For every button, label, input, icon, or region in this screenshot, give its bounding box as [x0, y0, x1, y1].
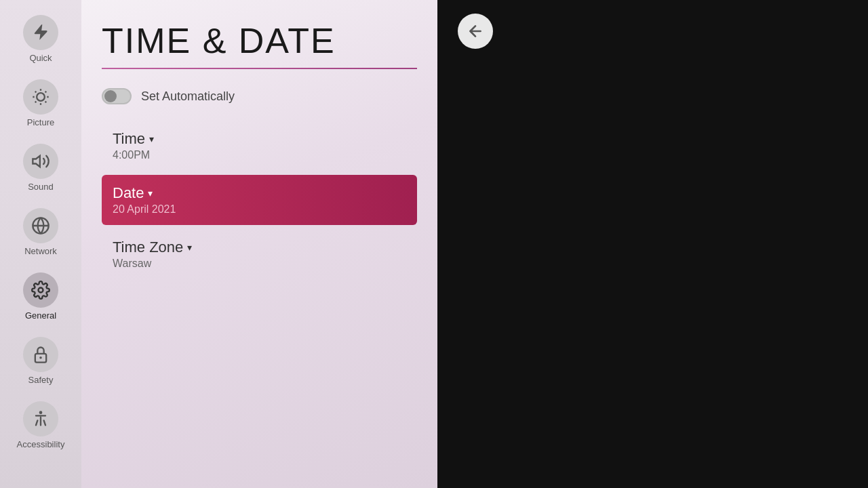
- time-setting-row[interactable]: Time ▾ 4:00PM: [102, 121, 417, 171]
- picture-icon: [31, 87, 50, 106]
- page-title: TIME & DATE: [102, 20, 417, 61]
- sidebar-item-accessibility-label: Accessibility: [17, 439, 65, 449]
- accessibility-icon: [31, 409, 50, 428]
- network-icon-bg: [23, 208, 58, 243]
- time-setting-title: Time ▾: [113, 130, 406, 148]
- accessibility-icon-bg: [23, 401, 58, 436]
- sidebar-item-sound-label: Sound: [28, 182, 54, 192]
- right-panel: [437, 0, 868, 488]
- safety-icon-bg: [23, 337, 58, 372]
- svg-point-2: [39, 288, 43, 293]
- general-icon: [31, 281, 50, 300]
- sidebar-item-network-label: Network: [24, 246, 57, 256]
- time-setting-value: 4:00PM: [113, 149, 406, 161]
- back-button[interactable]: [458, 14, 493, 49]
- quick-icon: [31, 23, 50, 42]
- timezone-setting-title: Time Zone ▾: [113, 239, 406, 256]
- safety-icon: [31, 345, 50, 364]
- sidebar: Quick Picture Sound Network: [0, 0, 81, 488]
- svg-point-5: [39, 411, 43, 414]
- timezone-setting-value: Warsaw: [113, 258, 406, 270]
- sound-icon-bg: [23, 144, 58, 179]
- sidebar-item-quick[interactable]: Quick: [0, 7, 81, 71]
- sidebar-item-safety-label: Safety: [28, 375, 54, 385]
- sidebar-item-picture[interactable]: Picture: [0, 71, 81, 136]
- sidebar-item-sound[interactable]: Sound: [0, 136, 81, 200]
- back-arrow-icon: [467, 22, 484, 40]
- timezone-chevron-icon: ▾: [187, 242, 192, 253]
- time-chevron-icon: ▾: [149, 134, 154, 144]
- date-setting-title: Date ▾: [113, 184, 406, 202]
- sidebar-item-quick-label: Quick: [29, 53, 52, 63]
- set-automatically-toggle[interactable]: [102, 88, 132, 104]
- main-panel: TIME & DATE Set Automatically Time ▾ 4:0…: [81, 0, 437, 488]
- picture-icon-bg: [23, 79, 58, 115]
- svg-point-4: [39, 357, 42, 359]
- date-setting-value: 20 April 2021: [113, 203, 406, 216]
- sidebar-item-general[interactable]: General: [0, 264, 81, 329]
- sidebar-item-safety[interactable]: Safety: [0, 329, 81, 393]
- general-icon-bg: [23, 272, 58, 308]
- sidebar-item-picture-label: Picture: [27, 117, 54, 127]
- quick-icon-bg: [23, 15, 58, 50]
- date-chevron-icon: ▾: [148, 188, 153, 199]
- timezone-setting-row[interactable]: Time Zone ▾ Warsaw: [102, 229, 417, 279]
- svg-point-0: [37, 93, 45, 101]
- set-automatically-label: Set Automatically: [141, 89, 235, 104]
- sidebar-item-network[interactable]: Network: [0, 200, 81, 264]
- set-automatically-row[interactable]: Set Automatically: [102, 88, 417, 104]
- sound-icon: [31, 152, 50, 171]
- network-icon: [31, 216, 50, 235]
- sidebar-item-general-label: General: [25, 310, 56, 321]
- sidebar-item-accessibility[interactable]: Accessibility: [0, 393, 81, 458]
- title-divider: [102, 68, 417, 69]
- date-setting-row[interactable]: Date ▾ 20 April 2021: [102, 175, 417, 225]
